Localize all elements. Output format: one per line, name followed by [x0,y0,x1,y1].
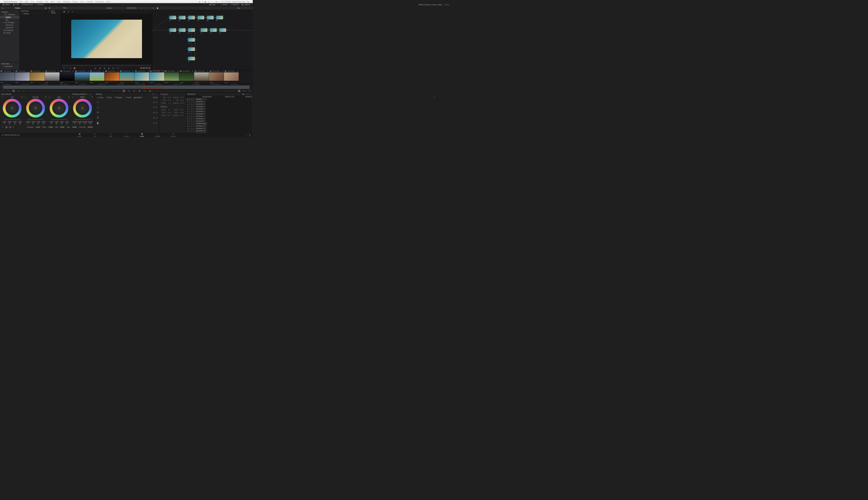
keyframe-track[interactable]: ●◇▾▸Corrector 8 [186,117,253,120]
col-reelname[interactable]: Reel Name [51,10,60,12]
keyframe-track[interactable]: ●◇▾▸Corrector 13 [186,129,253,132]
softness-value[interactable]: 50.00 [179,114,184,116]
edit-page[interactable]: ≡Edit [106,133,115,137]
color-node[interactable] [169,28,176,32]
status-icon[interactable]: ☁ [208,1,209,3]
reset-icon[interactable]: ↺ [68,96,69,98]
pivot-input[interactable] [48,126,54,128]
kf-master[interactable]: Master [193,98,205,100]
picker-icon[interactable]: ⊹ [49,96,50,98]
log-icon[interactable]: ▭ [23,89,25,92]
window-curve[interactable]: ✎⊖▢ [95,110,159,115]
thumbnail-clip[interactable]: 0800:12:04:13V1RED [104,70,119,83]
help-menu[interactable]: Help [106,1,110,3]
thumbnail-clip[interactable]: 1100:00:00:00V1H.264 [149,70,164,83]
auto-icon[interactable]: A [5,126,8,128]
reset-icon[interactable]: ↺ [21,96,23,98]
node-dot-icon[interactable]: • [207,7,209,9]
polygon-button[interactable]: ⬠Polygon [113,96,123,99]
picker-icon[interactable]: ⊹ [2,96,3,98]
color-node[interactable] [201,28,207,32]
playback-menu[interactable]: Playback [63,1,70,3]
list-view-icon[interactable]: ☰ [48,7,51,9]
fwd-icon[interactable]: › [10,7,13,9]
mute-icon[interactable]: 🔇 [73,67,76,69]
sidebar-item[interactable]: ▾02_Footage [0,21,20,24]
viewer-mode-icon[interactable]: ▣ [63,10,65,13]
next-clip-icon[interactable]: ⏭ [112,67,115,69]
keyframe-track[interactable]: ●◇▾▸Corrector 3 [186,105,253,107]
back-icon[interactable]: ‹ [7,7,9,9]
wheel-value[interactable]: -0.06 [36,121,41,123]
linear-button[interactable]: ▱Linear [96,96,104,99]
wheels-mode[interactable]: Primaries Wheels [72,93,86,95]
reset-icon[interactable]: ⊙ [89,93,91,95]
more-icon[interactable]: ⋯ [156,93,158,95]
sidebar-item[interactable]: ▾01_Timelines [0,13,20,16]
sizing-icon[interactable]: ⊡ [143,89,146,92]
wifi-icon[interactable]: ⋮⋮ [211,1,214,3]
jog-wheel[interactable] [51,119,67,120]
workspace-menu[interactable]: Workspace [95,1,104,3]
reset-icon[interactable]: ↺ [45,96,46,98]
wheel-value[interactable]: 0.02 [18,121,22,123]
play-reverse-icon[interactable]: ◀ [99,67,101,69]
user-name[interactable]: Daniel Swierenga [232,1,245,3]
fairlight-page[interactable]: ♪Fairlight [153,133,162,137]
transform-value[interactable]: 50.00 [167,96,172,98]
stop-icon[interactable]: ■ [103,67,105,69]
lightbox-button[interactable]: ▦Lightbox [240,4,252,5]
transform-value[interactable]: 0.00 [167,102,172,104]
window-icon[interactable]: ◯ [122,89,125,92]
softness-value[interactable]: 2.07 [167,109,172,111]
curves-icon[interactable]: 〰 [112,89,115,92]
keyframe-track[interactable]: ●◇▾▸Corrector 1 [186,100,253,103]
sat-input[interactable] [59,126,66,128]
color-node[interactable] [216,16,223,20]
highlight-icon[interactable]: ✦ [71,10,73,13]
prev-clip-icon[interactable]: ⏮ [94,67,96,69]
thumbnail-clip[interactable]: 1500:00:00:00V1H.264 [209,70,224,83]
wheel-value[interactable]: 1.00 [65,121,69,123]
keyframe-track[interactable]: ●◇▾▸Corrector 12 [186,127,253,129]
lummix-input[interactable] [87,126,93,128]
delete-button[interactable]: Delete [153,96,158,99]
status-icon[interactable]: ⊙ [202,1,203,3]
sidebar-item[interactable]: 03_Graphics [0,29,20,32]
color-node[interactable] [210,28,217,32]
expand-icon[interactable]: ⛶ [144,7,147,9]
page-2[interactable]: 2 [13,126,14,128]
deliver-page[interactable]: ✈Deliver [169,133,178,137]
color-node[interactable] [219,28,226,32]
sidebar-item[interactable]: Camera A [0,24,20,26]
wheel-value[interactable]: 1.00 [54,121,59,123]
sidebar-item[interactable]: Dailies [0,16,20,19]
status-icon[interactable]: ◉ [205,1,206,3]
media-pool-button[interactable]: ▤Media Pool [21,3,34,6]
siri-icon[interactable]: ≡ [250,1,251,3]
settings-icon[interactable]: ⚙ [249,134,251,136]
color-node[interactable] [188,28,195,32]
jog-wheel[interactable] [75,119,90,120]
softness-value[interactable]: 50.00 [167,114,172,116]
eyedropper-icon[interactable]: ✎ [117,89,120,92]
edit-menu[interactable]: Edit [25,1,28,3]
thumbnail-clip[interactable]: 0716:17:14:09V1RED [90,70,104,83]
loop-icon[interactable]: ⟳ [117,67,119,69]
viewer-timecode[interactable]: 01:02:37:23 [140,67,150,69]
clips-button[interactable]: ▦Clips▾ [208,4,219,5]
timeline-menu[interactable]: Timeline [36,1,43,3]
gallery-button[interactable]: ▦Gallery [1,3,12,6]
zoom-level[interactable]: 75% [63,7,66,9]
thumbnail-clip[interactable]: 0520:27:45:04V1RED [60,70,75,83]
color-node[interactable] [179,16,185,20]
thumbnail-clip[interactable]: 1400:00:00:00V1H.264 [194,70,209,83]
color-node[interactable] [188,16,195,20]
home-icon[interactable]: ⌂ [245,134,248,136]
bars-icon[interactable]: ⊪ [18,89,20,92]
render-icon[interactable]: ⊙ [69,67,72,69]
trim-menu[interactable]: Trim [30,1,34,3]
3d-icon[interactable]: ▦ [148,89,151,92]
timeline-button[interactable]: ≡Timeline [34,3,45,6]
reset-icon[interactable]: ↺ [91,96,93,98]
